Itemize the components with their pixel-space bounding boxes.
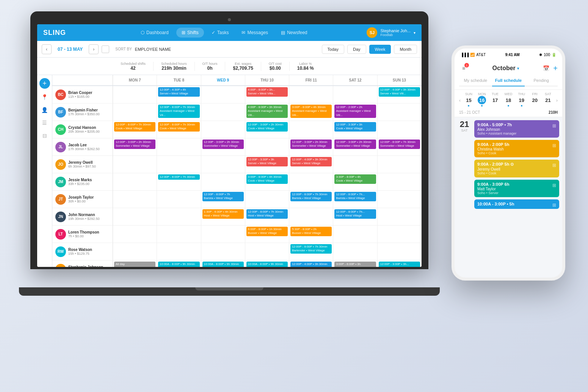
shift-block[interactable]: 4:00P - 8:00P • 3h 30minAssistant manage…	[246, 105, 288, 118]
add-icon[interactable]: +	[553, 64, 558, 73]
shift-block[interactable]: 10:00A - 8:00P • 9h 30minAssistant manag…	[246, 262, 288, 267]
shift-block[interactable]: 12:00P - 4:00P • 3h 30minServer • West V…	[290, 157, 332, 166]
day-button[interactable]: Day	[347, 45, 366, 54]
shift-block[interactable]: 12:00P - 8:00P • 7h 30minBartender • Wes…	[290, 244, 332, 254]
shift-block[interactable]: 3:30P - 8:00P • 4hCook • West Village	[334, 174, 376, 184]
signal-icon: ▐▐▐	[461, 53, 469, 57]
day-label: SAT	[461, 129, 468, 132]
day-cell	[333, 226, 377, 243]
nav-newsfeed[interactable]: ▤ Newsfeed	[276, 28, 312, 38]
shift-block[interactable]: 12:00P - 3:30P • 3hCook • West Village	[334, 122, 376, 132]
day-cell: 12:00P - 3:30P • 3hCook • West Village	[333, 121, 377, 138]
shift-sub: Soho • Server	[477, 191, 556, 195]
day-cell: 12:00P - 3:30P • 3hServer • West Village	[245, 156, 289, 173]
shift-block[interactable]: 12:00P - 3:00P • 3h...Assistant manager	[379, 262, 420, 267]
schedule-grid: MON 7 TUE 8 WED 9 THU 10 FRI 11 SAT 12 S…	[52, 75, 422, 267]
shift-block[interactable]: 12:00P - 8:00P • 7h 30minSommelier • Wes…	[379, 140, 420, 149]
shift-sub: Soho • Assistant manager	[477, 132, 556, 135]
phone-shift-block[interactable]: 10:00A - 3:00P • 5h⊞	[474, 199, 559, 209]
phone-shift-block[interactable]: 9:00A - 5:00P • 7hAlex JohnsonSoho • Ass…	[474, 120, 559, 138]
shift-block[interactable]: 12:00P - 8:00P • 7h 30minCook • West Vil…	[114, 122, 155, 132]
shift-block[interactable]: 12:00P - 3:00P • 2h 30minCook • West Vil…	[246, 122, 288, 132]
week-next-button[interactable]: ›	[555, 98, 559, 103]
week-day[interactable]: MON16	[476, 92, 488, 109]
emp-info: Jeremy Owell6h 30min • $97.50	[68, 160, 110, 168]
shift-block[interactable]: 12:00P - 3:30P • 3hServer • West Village	[246, 157, 288, 166]
next-week-button[interactable]: ›	[89, 44, 99, 54]
tab-full-schedule[interactable]: Full schedule	[492, 75, 525, 86]
shift-block[interactable]: 12:00P - 8:00P • 7h...Barista • West Vil…	[334, 192, 376, 201]
week-day[interactable]: WED18	[503, 92, 514, 109]
shift-block[interactable]: 12:00P - 2:00P • 2hAssistant manager • W…	[334, 105, 376, 118]
shift-block[interactable]: 12:00P - 8:00P • 7h 30minCook • West Vil…	[158, 122, 199, 132]
nav-shifts[interactable]: ⊞ Shifts	[176, 28, 204, 38]
week-day[interactable]: SAT21	[542, 92, 554, 109]
emp-hours: 33h • $235.00	[68, 182, 110, 186]
day-cell	[157, 191, 201, 208]
shift-expand-icon: ⊞	[552, 143, 556, 148]
month-selector[interactable]: October ▾	[492, 65, 519, 72]
shift-block[interactable]: 12:00P - 3:00P • 2h 30minSommelier • Wes…	[202, 140, 244, 149]
shift-block[interactable]: 12:00P - 8:00P • 7h 30minAssistant manag…	[158, 105, 199, 118]
shift-block[interactable]: 12:00P - 4:00P • 3h 30minServer • West V…	[379, 87, 420, 97]
calendar-icon[interactable]: 📅	[543, 65, 549, 71]
day-cell	[157, 243, 201, 260]
week-day[interactable]: THU19	[516, 92, 527, 109]
week-day[interactable]: SUN15	[463, 92, 474, 109]
phone-shift-block[interactable]: 9:00A - 3:00P 6hMatt TaylorSoho • Server…	[474, 180, 559, 197]
nav-tasks[interactable]: ✓ Tasks	[206, 28, 234, 38]
battery-icon: 🔋	[552, 53, 556, 57]
shift-block[interactable]: 3:00P - 8:00P • 4h 30minCook • West Vill…	[246, 174, 288, 184]
shift-block[interactable]: 1:30P - 6:30P • 4h 30minHost • West Vill…	[202, 209, 244, 219]
person-icon[interactable]: 👤	[40, 105, 49, 114]
shift-block[interactable]: 4:00P - 8:00P • 3h...Server • West Villa…	[246, 87, 288, 97]
day-cell	[201, 86, 245, 103]
shift-block[interactable]: 12:00P - 3:00P • 2h 30minSommelier • Wes…	[334, 140, 376, 149]
shift-block[interactable]: 12:00P - 8:00P • 7h 30min	[158, 174, 199, 180]
filter-button[interactable]: ≡ 1	[459, 64, 468, 73]
shift-block[interactable]: 5:30P - 8:00P • 2hBusser • West Village	[290, 227, 332, 236]
shift-block[interactable]: 12:00P - 4:00P • 3h 30minAssistant manag…	[290, 262, 332, 267]
shift-block[interactable]: 12:00P - 8:00P • 7h...Host • West Villag…	[334, 209, 376, 219]
emp-hours: 6h 30min • $97.50	[68, 165, 110, 168]
today-button[interactable]: Today	[322, 45, 344, 54]
nav-messages[interactable]: ✉ Messages	[236, 28, 273, 38]
shift-block[interactable]: 12:00P - 3:00P • 2h 30minSommelier • Wes…	[290, 140, 332, 149]
shift-block[interactable]: 12:00P - 3:00P • 2h 30minSommelier • Wes…	[114, 140, 155, 149]
emp-info: Stephanie Johnson40h • $800.00	[68, 265, 110, 267]
week-button[interactable]: Week	[369, 45, 391, 54]
shift-block[interactable]: 12:00P - 8:00P • 7hBarista • West Villag…	[202, 192, 244, 201]
filter-icon[interactable]: ⊟	[40, 131, 49, 140]
header-sat: SAT 12	[333, 75, 377, 85]
location-icon[interactable]: 📍	[40, 93, 49, 102]
phone-shift-block[interactable]: 9:00A - 2:00P 5hChristina WalshSoho • Co…	[474, 140, 559, 157]
month-button[interactable]: Month	[394, 45, 417, 54]
tab-my-schedule[interactable]: My schedule	[459, 75, 492, 86]
shift-block[interactable]: 12:00P - 8:00P • 7h 30minBarista • West …	[290, 192, 332, 201]
add-shift-button[interactable]: +	[39, 78, 50, 89]
shift-block[interactable]: 10:00A - 8:00P • 9h 30minAssistant manag…	[158, 262, 199, 267]
day-number-col: 21 SAT	[458, 120, 471, 274]
select-all-checkbox[interactable]	[102, 45, 109, 53]
shift-block[interactable]: 12:00P - 8:00P • 7h 30minHost • West Vil…	[246, 209, 288, 219]
week-day[interactable]: TUE17	[489, 92, 501, 109]
sort-by-value[interactable]: EMPLOYEE NAME	[135, 47, 171, 52]
shift-block[interactable]: 3:00P - 8:00P • 4h 30minAssistant manage…	[290, 105, 332, 118]
shift-block[interactable]: 10:00A - 8:00P • 9h 30minAssistant manag…	[202, 262, 244, 267]
shift-block[interactable]: 6:00P - 8:00P • 1h 30minBusser • West Vi…	[246, 227, 288, 236]
shift-block[interactable]: All dayUnavailable	[114, 262, 155, 267]
shift-block[interactable]: 3:00P - 6:00P • 3hUnavailable	[334, 262, 376, 267]
week-strip: ‹ SUN15MON16TUE17WED18THU19FRI20SAT21 ›	[455, 90, 562, 109]
week-day[interactable]: FRI20	[529, 92, 541, 109]
day-cell: 12:00P - 4:30P • 4hServer • West Village	[157, 86, 201, 103]
shift-block[interactable]: 12:00P - 4:30P • 4hServer • West Village	[158, 87, 199, 97]
week-prev-button[interactable]: ‹	[458, 98, 462, 103]
phone-shift-block[interactable]: 9:00A - 2:00P 5h ⊙Jeremy OwellSoho • Coo…	[474, 160, 559, 177]
nav-dashboard[interactable]: ⬡ Dashboard	[135, 28, 174, 38]
day-cell: 12:00P - 8:00P • 7hBarista • West Villag…	[201, 191, 245, 208]
tab-pending[interactable]: Pending	[525, 75, 558, 86]
emp-info: Crystal Hanson20h 30min • $205.00	[68, 125, 110, 133]
prev-week-button[interactable]: ‹	[42, 44, 52, 54]
day-cell	[157, 156, 201, 173]
list-icon[interactable]: ☰	[40, 118, 49, 127]
